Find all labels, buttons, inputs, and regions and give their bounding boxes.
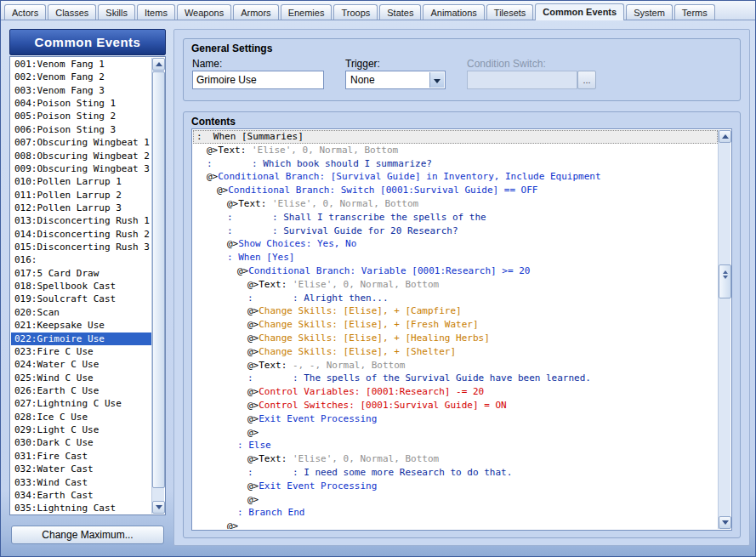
event-command-line[interactable]: @>Exit Event Processing bbox=[193, 480, 718, 493]
event-command-line[interactable]: @>Conditional Branch: Variable [0001:Res… bbox=[193, 264, 718, 278]
event-list-item[interactable]: 003:Venom Fang 3 bbox=[11, 84, 151, 97]
contents-group: Contents : When [Summaries]@>Text: 'Elis… bbox=[183, 111, 741, 538]
event-list-item[interactable]: 017:5 Card Draw bbox=[11, 267, 151, 280]
tab-actors[interactable]: Actors bbox=[4, 4, 46, 20]
event-list-item[interactable]: 005:Poison Sting 2 bbox=[11, 110, 151, 122]
event-list-item[interactable]: 010:Pollen Larrup 1 bbox=[11, 175, 151, 188]
tab-system[interactable]: System bbox=[626, 4, 673, 20]
tab-weapons[interactable]: Weapons bbox=[177, 4, 231, 20]
event-command-line[interactable]: @>Change Skills: [Elise], + [Campfire] bbox=[193, 304, 718, 318]
scroll-down-button[interactable] bbox=[152, 501, 165, 514]
event-list-item[interactable]: 018:Spellbook Cast bbox=[11, 280, 151, 293]
scroll-up-button[interactable] bbox=[719, 130, 731, 143]
event-list-item[interactable]: 016: bbox=[11, 253, 151, 266]
condition-switch-label: Condition Switch: bbox=[467, 58, 546, 70]
event-list-item[interactable]: 015:Disconcerting Rush 3 bbox=[11, 241, 151, 253]
event-list-item[interactable]: 013:Disconcerting Rush 1 bbox=[11, 214, 151, 227]
event-list-item[interactable]: 031:Fire Cast bbox=[11, 450, 151, 463]
tab-terms[interactable]: Terms bbox=[674, 4, 715, 20]
trigger-select[interactable]: None bbox=[345, 71, 446, 89]
event-command-line[interactable]: : : Shall I transcribe the spells of the bbox=[193, 211, 718, 225]
scrollbar-thumb[interactable] bbox=[719, 264, 731, 298]
event-command-line[interactable]: @>Show Choices: Yes, No bbox=[193, 237, 718, 251]
event-list-item[interactable]: 021:Keepsake Use bbox=[11, 319, 151, 332]
event-list-item[interactable]: 027:Lightning C Use bbox=[11, 397, 151, 410]
event-command-line[interactable]: : : I need some more Research to do that… bbox=[193, 466, 718, 480]
tab-animations[interactable]: Animations bbox=[423, 4, 484, 20]
name-label: Name: bbox=[192, 58, 222, 70]
event-list-item[interactable]: 014:Disconcerting Rush 2 bbox=[11, 228, 151, 241]
event-list-item[interactable]: 001:Venom Fang 1 bbox=[11, 58, 151, 71]
trigger-label: Trigger: bbox=[345, 58, 380, 70]
event-command-line[interactable]: @>Text: 'Elise', 0, Normal, Bottom bbox=[193, 452, 718, 466]
scroll-up-button[interactable] bbox=[152, 58, 165, 71]
name-input[interactable] bbox=[192, 71, 324, 89]
general-settings-group: General Settings Name: Trigger: None Con… bbox=[183, 38, 741, 101]
event-command-line[interactable]: @>Conditional Branch: [Survival Guide] i… bbox=[193, 170, 718, 184]
scrollbar-thumb[interactable] bbox=[152, 71, 165, 488]
app-window: ActorsClassesSkillsItemsWeaponsArmorsEne… bbox=[0, 0, 756, 557]
event-command-line[interactable]: : When [Summaries] bbox=[193, 130, 718, 144]
event-list-item[interactable]: 025:Wind C Use bbox=[11, 372, 151, 384]
event-list-item[interactable]: 029:Light C Use bbox=[11, 423, 151, 436]
event-command-line[interactable]: @>Conditional Branch: Switch [0001:Survi… bbox=[193, 184, 718, 197]
event-command-line[interactable]: @> bbox=[193, 520, 718, 529]
event-command-line[interactable]: : When [Yes] bbox=[193, 251, 718, 264]
tab-classes[interactable]: Classes bbox=[48, 4, 96, 20]
event-list-item[interactable]: 007:Obscuring Wingbeat 1 bbox=[11, 136, 151, 149]
event-list-item[interactable]: 026:Earth C Use bbox=[11, 384, 151, 397]
event-list-item[interactable]: 028:Ice C Use bbox=[11, 411, 151, 423]
event-list-scrollbar[interactable] bbox=[151, 58, 164, 514]
event-list-item[interactable]: 035:Lightning Cast bbox=[11, 502, 151, 514]
event-list-item[interactable]: 033:Wind Cast bbox=[11, 476, 151, 489]
event-command-line[interactable]: @>Text: -, -, Normal, Bottom bbox=[193, 359, 718, 372]
event-command-line[interactable]: @>Change Skills: [Elise], + [Fresh Water… bbox=[193, 318, 718, 332]
tab-armors[interactable]: Armors bbox=[233, 4, 278, 20]
event-command-line[interactable]: @>Text: 'Elise', 0, Normal, Bottom bbox=[193, 144, 718, 157]
event-command-line[interactable]: : : Which book should I summarize? bbox=[193, 157, 718, 171]
event-list-item[interactable]: 022:Grimoire Use bbox=[11, 332, 151, 345]
event-list-item[interactable]: 034:Earth Cast bbox=[11, 489, 151, 502]
event-command-line[interactable]: @>Change Skills: [Elise], + [Shelter] bbox=[193, 345, 718, 359]
event-list-item[interactable]: 004:Poison Sting 1 bbox=[11, 97, 151, 110]
tab-troops[interactable]: Troops bbox=[333, 4, 378, 20]
event-list-item[interactable]: 023:Fire C Use bbox=[11, 345, 151, 358]
event-command-line[interactable]: : : Alright then... bbox=[193, 292, 718, 305]
tab-enemies[interactable]: Enemies bbox=[281, 4, 333, 20]
event-command-line[interactable]: @>Text: 'Elise', 0, Normal, Bottom bbox=[193, 278, 718, 292]
common-events-title: Common Events bbox=[35, 35, 141, 49]
event-list-item[interactable]: 009:Obscuring Wingbeat 3 bbox=[11, 162, 151, 175]
event-list-item[interactable]: 030:Dark C Use bbox=[11, 436, 151, 449]
tab-states[interactable]: States bbox=[379, 4, 421, 20]
event-command-line[interactable]: @>Change Skills: [Elise], + [Healing Her… bbox=[193, 332, 718, 345]
tab-skills[interactable]: Skills bbox=[98, 4, 135, 20]
event-command-line[interactable]: : : The spells of the Survival Guide hav… bbox=[193, 372, 718, 385]
event-list-item[interactable]: 008:Obscuring Wingbeat 2 bbox=[11, 150, 151, 162]
event-list-item[interactable]: 012:Pollen Larrup 3 bbox=[11, 202, 151, 214]
event-command-line[interactable]: @>Exit Event Processing bbox=[193, 412, 718, 426]
event-list-item[interactable]: 011:Pollen Larrup 2 bbox=[11, 189, 151, 202]
event-list-item[interactable]: 002:Venom Fang 2 bbox=[11, 71, 151, 83]
contents-scrollbar[interactable] bbox=[718, 130, 730, 529]
event-command-line[interactable]: @>Text: 'Elise', 0, Normal, Bottom bbox=[193, 197, 718, 211]
change-maximum-button[interactable]: Change Maximum... bbox=[11, 526, 164, 544]
event-command-line[interactable]: : Else bbox=[193, 439, 718, 452]
event-command-line[interactable]: @>Control Switches: [0001:Survival Guide… bbox=[193, 399, 718, 412]
event-command-line[interactable]: @> bbox=[193, 426, 718, 440]
change-maximum-label: Change Maximum... bbox=[42, 529, 133, 541]
event-list-item[interactable]: 032:Water Cast bbox=[11, 463, 151, 475]
event-list-item[interactable]: 006:Poison Sting 3 bbox=[11, 123, 151, 136]
event-command-line[interactable]: @> bbox=[193, 493, 718, 507]
event-list-item[interactable]: 024:Water C Use bbox=[11, 358, 151, 371]
tab-common-events[interactable]: Common Events bbox=[535, 3, 624, 20]
dropdown-button[interactable] bbox=[429, 72, 444, 88]
scroll-down-button[interactable] bbox=[719, 516, 731, 529]
event-command-line[interactable]: @>Control Variables: [0001:Research] -= … bbox=[193, 385, 718, 399]
tab-tilesets[interactable]: Tilesets bbox=[486, 4, 534, 20]
event-command-line[interactable]: : : Survival Guide for 20 Research? bbox=[193, 225, 718, 238]
scroll-down-icon bbox=[156, 505, 162, 509]
event-list-item[interactable]: 019:Soulcraft Cast bbox=[11, 293, 151, 305]
event-list-item[interactable]: 020:Scan bbox=[11, 306, 151, 319]
tab-items[interactable]: Items bbox=[137, 4, 175, 20]
event-command-line[interactable]: : Branch End bbox=[193, 506, 718, 520]
